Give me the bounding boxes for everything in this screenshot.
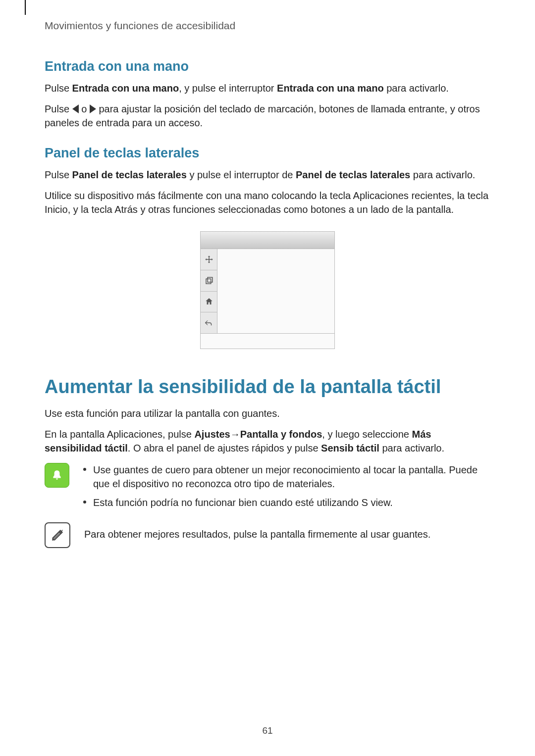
text: para activarlo. (410, 169, 475, 180)
page-number: 61 (0, 725, 535, 736)
paragraph: Pulse o para ajustar la posición del tec… (45, 102, 490, 130)
phone-content-area (217, 249, 334, 333)
bullet-text: Esta función podría no funcionar bien cu… (93, 496, 393, 509)
svg-rect-1 (208, 277, 213, 282)
side-key-panel (201, 249, 217, 333)
text: Pulse (45, 83, 72, 94)
home-icon (201, 292, 217, 313)
text: para activarlo. (379, 443, 444, 454)
bell-icon (45, 463, 69, 488)
paragraph: En la pantalla Aplicaciones, pulse Ajust… (45, 427, 490, 455)
svg-rect-0 (206, 279, 211, 284)
text: Pulse (45, 169, 72, 180)
note-block-info: Para obtener mejores resultados, pulse l… (45, 522, 490, 548)
triangle-left-icon (72, 104, 79, 113)
bullet-item: Use guantes de cuero para obtener un mej… (83, 463, 490, 491)
note-content: Para obtener mejores resultados, pulse l… (84, 522, 490, 548)
page-header: Movimientos y funciones de accesibilidad (45, 20, 490, 32)
text: y pulse el interruptor de (187, 169, 296, 180)
bullet-item: Esta función podría no funcionar bien cu… (83, 496, 490, 509)
document-page: Movimientos y funciones de accesibilidad… (0, 0, 535, 756)
svg-line-2 (53, 530, 63, 541)
text: En la pantalla Aplicaciones, pulse (45, 429, 194, 440)
text: para activarlo. (384, 83, 449, 94)
text: Pulse (45, 103, 72, 114)
note-pencil-icon (45, 522, 70, 548)
heading-panel: Panel de teclas laterales (45, 146, 490, 161)
bold-text: Pantalla y fondos (240, 429, 322, 440)
note-content: Use guantes de cuero para obtener un mej… (83, 463, 490, 514)
bold-text: Sensib táctil (321, 443, 379, 454)
bold-text: Entrada con una mano (72, 83, 179, 94)
paragraph: Use esta función para utilizar la pantal… (45, 406, 490, 420)
text: , y pulse el interruptor (179, 83, 277, 94)
note-text: Para obtener mejores resultados, pulse l… (84, 527, 490, 541)
heading-entrada: Entrada con una mano (45, 59, 490, 74)
back-icon (201, 312, 217, 333)
phone-bottom-bar (201, 333, 334, 349)
text: , y luego seleccione (322, 429, 412, 440)
paragraph: Utilice su dispositivo más fácilmente co… (45, 189, 490, 216)
paragraph: Pulse Panel de teclas laterales y pulse … (45, 168, 490, 182)
bullet-dot-icon (83, 468, 86, 471)
bold-text: Entrada con una mano (277, 83, 384, 94)
bold-text: Panel de teclas laterales (72, 169, 187, 180)
triangle-right-icon (90, 104, 96, 113)
move-icon (201, 249, 217, 270)
phone-body (201, 249, 334, 333)
page-ornament (25, 0, 31, 15)
paragraph: Pulse Entrada con una mano, y pulse el i… (45, 81, 490, 95)
note-block-alert: Use guantes de cuero para obtener un mej… (45, 463, 490, 514)
text: . O abra el panel de ajustes rápidos y p… (128, 443, 321, 454)
heading-sensibilidad: Aumentar la sensibilidad de la pantalla … (45, 376, 490, 398)
bold-text: Ajustes (194, 429, 230, 440)
figure-container (45, 231, 490, 349)
bullet-text: Use guantes de cuero para obtener un mej… (93, 463, 490, 491)
text: para ajustar la posición del teclado de … (45, 103, 480, 128)
text: o (79, 103, 90, 114)
phone-figure (200, 231, 335, 349)
phone-status-bar (201, 232, 334, 249)
arrow-separator: → (230, 427, 240, 441)
bullet-dot-icon (83, 501, 86, 504)
recent-apps-icon (201, 270, 217, 292)
bold-text: Panel de teclas laterales (296, 169, 410, 180)
